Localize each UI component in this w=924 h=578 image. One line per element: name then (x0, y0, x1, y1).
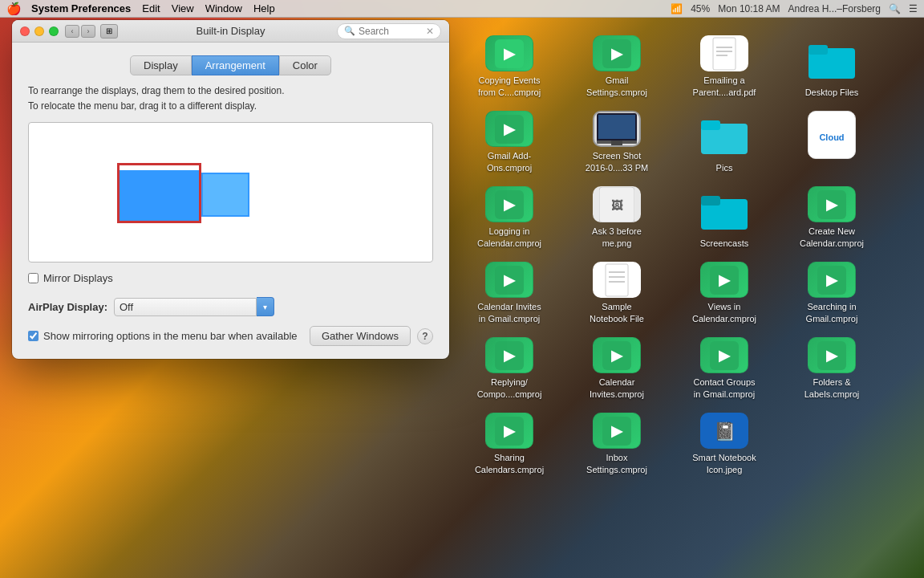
app-name[interactable]: System Preferences (31, 2, 131, 14)
desktop-icons-container: ▶ Copying Eventsfrom C....cmproj ▶ Gmail… (451, 24, 924, 486)
desktop-icon-sample-notebook[interactable]: SampleNotebook File (565, 257, 669, 329)
secondary-display[interactable] (201, 173, 249, 217)
desktop-icon-calendar-invites2[interactable]: ▶ CalendarInvites.cmproj (565, 332, 669, 405)
sharing-calendars-label: SharingCalendars.cmproj (475, 452, 544, 475)
desktop-icon-cloudon[interactable]: Cloud (780, 106, 884, 178)
desktop-icon-ask3[interactable]: 🖼 Ask 3 beforeme.png (565, 181, 669, 254)
desktop-icon-sharing-calendars[interactable]: ▶ SharingCalendars.cmproj (457, 408, 561, 480)
zoom-button[interactable] (49, 26, 59, 36)
svg-text:▶: ▶ (719, 272, 732, 288)
airplay-select-arrow[interactable]: ▾ (257, 297, 274, 316)
menubar-indicator (120, 165, 199, 170)
replying-compo-icon: ▶ (485, 337, 533, 373)
desktop-icon-gmail-addons[interactable]: ▶ Gmail Add-Ons.cmproj (457, 106, 561, 178)
main-display[interactable] (117, 163, 201, 223)
notification-center-icon[interactable]: ☰ (909, 3, 918, 14)
desktop-files-icon (808, 35, 856, 83)
desktop-icon-views-in-calendar[interactable]: ▶ Views inCalendar.cmproj (672, 257, 776, 329)
svg-text:▶: ▶ (826, 348, 839, 364)
contact-groups-label: Contact Groupsin Gmail.cmproj (693, 377, 755, 400)
svg-text:▶: ▶ (611, 423, 624, 439)
sample-notebook-icon (593, 262, 641, 298)
menu-edit[interactable]: Edit (142, 2, 160, 14)
pics-icon (700, 111, 748, 159)
screen-shot-icon (593, 111, 641, 147)
tab-bar: Display Arrangement Color (28, 55, 433, 75)
desktop-icon-create-new-calendar[interactable]: ▶ Create NewCalendar.cmproj (780, 181, 884, 254)
mirror-displays-row: Mirror Displays (28, 272, 433, 284)
search-menubar-icon[interactable]: 🔍 (889, 3, 901, 14)
search-icon: 🔍 (344, 26, 355, 36)
smart-notebook-icon: 📓 (700, 413, 748, 449)
ask3-label: Ask 3 beforeme.png (592, 226, 642, 249)
desktop-icon-replying-compo[interactable]: ▶ Replying/Compo....cmproj (457, 332, 561, 405)
desktop-icon-contact-groups[interactable]: ▶ Contact Groupsin Gmail.cmproj (672, 332, 776, 405)
desktop-icon-pics[interactable]: Pics (672, 106, 776, 178)
wifi-icon: 📶 (671, 3, 683, 14)
searching-in-gmail-icon: ▶ (808, 262, 856, 298)
minimize-button[interactable] (34, 26, 44, 36)
svg-text:▶: ▶ (826, 272, 839, 288)
svg-text:📓: 📓 (714, 421, 736, 442)
back-button[interactable]: ‹ (65, 25, 79, 38)
airplay-row: AirPlay Display: Off On ▾ (28, 297, 433, 316)
desktop-icon-gmail-settings[interactable]: ▶ GmailSettings.cmproj (565, 31, 669, 103)
gmail-addons-label: Gmail Add-Ons.cmproj (487, 150, 532, 173)
airplay-select[interactable]: Off On (114, 298, 257, 316)
forward-button[interactable]: › (81, 25, 95, 38)
folders-labels-icon: ▶ (808, 337, 856, 373)
calendar-invites2-icon: ▶ (593, 337, 641, 373)
desktop-icon-smart-notebook[interactable]: 📓 Smart NotebookIcon.jpeg (672, 408, 776, 480)
desktop-icon-screen-shot[interactable]: Screen Shot2016-0....33 PM (565, 106, 669, 178)
airplay-label: AirPlay Display: (28, 301, 107, 313)
desktop-files-label: Desktop Files (805, 87, 859, 98)
inbox-settings-icon: ▶ (593, 413, 641, 449)
search-clear-icon[interactable]: ✕ (426, 26, 434, 37)
search-box[interactable]: 🔍 ✕ (337, 23, 441, 39)
copying-events-icon: ▶ (485, 35, 533, 71)
desktop-icon-logging-in[interactable]: ▶ Logging inCalendar.cmproj (457, 181, 561, 254)
contact-groups-icon: ▶ (700, 337, 748, 373)
system-preferences-window: ‹ › ⊞ Built-in Display 🔍 ✕ Display Arran… (12, 20, 449, 359)
tab-display[interactable]: Display (130, 55, 192, 75)
gather-windows-button[interactable]: Gather Windows (310, 326, 411, 346)
desktop-icon-copying-events[interactable]: ▶ Copying Eventsfrom C....cmproj (457, 31, 561, 103)
svg-rect-9 (808, 45, 828, 55)
show-mirroring-checkbox[interactable] (28, 331, 38, 341)
sample-notebook-label: SampleNotebook File (590, 301, 644, 324)
desktop-icon-inbox-settings[interactable]: ▶ InboxSettings.cmproj (565, 408, 669, 480)
show-mirroring-row: Show mirroring options in the menu bar w… (28, 330, 298, 342)
help-button[interactable]: ? (417, 328, 433, 344)
search-input[interactable] (359, 26, 423, 37)
tab-color[interactable]: Color (279, 55, 331, 75)
desktop-icon-calendar-invites[interactable]: ▶ Calendar Invitesin Gmail.cmproj (457, 257, 561, 329)
screen-shot-label: Screen Shot2016-0....33 PM (586, 150, 648, 173)
grid-view-button[interactable]: ⊞ (100, 24, 118, 39)
desktop-icon-emailing-parent[interactable]: Emailing aParent....ard.pdf (672, 31, 776, 103)
svg-text:▶: ▶ (826, 197, 839, 213)
svg-text:▶: ▶ (719, 348, 732, 364)
user-name: Andrea H...–Forsberg (788, 3, 881, 14)
bottom-row: Show mirroring options in the menu bar w… (28, 326, 433, 346)
mirror-displays-checkbox[interactable] (28, 273, 38, 283)
tab-arrangement[interactable]: Arrangement (192, 55, 279, 75)
create-new-calendar-label: Create NewCalendar.cmproj (800, 226, 864, 249)
desktop-icon-folders-labels[interactable]: ▶ Folders &Labels.cmproj (780, 332, 884, 405)
folders-labels-label: Folders &Labels.cmproj (804, 377, 859, 400)
svg-text:▶: ▶ (504, 46, 517, 62)
menu-help[interactable]: Help (253, 2, 275, 14)
close-button[interactable] (20, 26, 30, 36)
mirror-displays-label: Mirror Displays (43, 272, 113, 284)
apple-menu-icon[interactable]: 🍎 (6, 2, 22, 16)
desktop-icon-searching-in-gmail[interactable]: ▶ Searching inGmail.cmproj (780, 257, 884, 329)
logging-in-icon: ▶ (485, 186, 533, 222)
smart-notebook-label: Smart NotebookIcon.jpeg (692, 452, 756, 475)
calendar-invites2-label: CalendarInvites.cmproj (590, 377, 644, 400)
desktop-icon-screencasts[interactable]: Screencasts (672, 181, 776, 254)
window-titlebar: ‹ › ⊞ Built-in Display 🔍 ✕ (12, 20, 449, 43)
desktop-icon-desktop-files[interactable]: Desktop Files (780, 31, 884, 103)
ask3-icon: 🖼 (593, 186, 641, 222)
menu-window[interactable]: Window (205, 2, 242, 14)
menu-view[interactable]: View (172, 2, 194, 14)
svg-text:▶: ▶ (611, 46, 624, 62)
